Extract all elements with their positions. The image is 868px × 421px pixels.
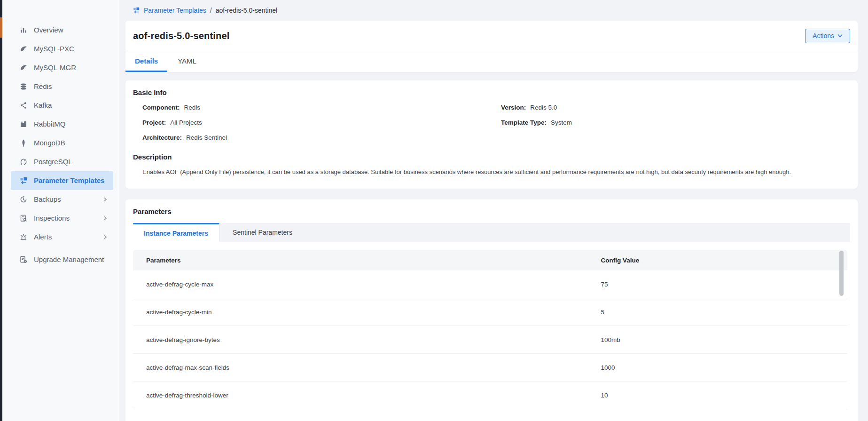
sidebar-item-label: Parameter Templates <box>34 176 105 185</box>
sidebar-item-overview[interactable]: Overview <box>11 21 113 40</box>
sidebar: Overview MySQL-PXC MySQL-MGR Redis Kafka <box>2 0 119 421</box>
tab-details[interactable]: Details <box>125 51 167 72</box>
template-icon <box>133 7 140 14</box>
tab-yaml[interactable]: YAML <box>167 51 207 72</box>
description-text: Enables AOF (Append Only File) persisten… <box>133 168 850 176</box>
sidebar-item-upgrade-management[interactable]: Upgrade Management <box>11 250 113 269</box>
table-row: active-defrag-max-scan-fields 1000 <box>133 354 847 381</box>
basic-info-left-column: Component:Redis Project:All Projects Arc… <box>133 103 492 142</box>
chevron-right-icon <box>102 196 109 203</box>
upgrade-doc-icon <box>19 255 28 264</box>
field-value: Redis <box>184 104 200 111</box>
field-value: Redis 5.0 <box>530 104 557 111</box>
actions-button-label: Actions <box>813 32 834 40</box>
sidebar-item-label: Alerts <box>34 232 52 242</box>
table-row: active-defrag-cycle-max 75 <box>133 270 847 298</box>
cell-config-value: 75 <box>601 281 847 288</box>
page-header-card: aof-redis-5.0-sentinel Actions Details Y… <box>125 21 858 72</box>
chevron-right-icon <box>102 215 109 222</box>
rabbitmq-icon <box>19 120 28 128</box>
sidebar-item-label: PostgreSQL <box>34 157 72 167</box>
main-content: Parameter Templates / aof-redis-5.0-sent… <box>119 0 868 421</box>
sidebar-item-mysql-pxc[interactable]: MySQL-PXC <box>11 40 113 58</box>
field-component: Component:Redis <box>133 103 492 111</box>
table-row: active-defrag-ignore-bytes 100mb <box>133 326 847 354</box>
field-label: Project: <box>142 119 166 126</box>
table-header-row: Parameters Config Value <box>133 250 847 270</box>
actions-button[interactable]: Actions <box>805 29 850 43</box>
breadcrumb: Parameter Templates / aof-redis-5.0-sent… <box>119 0 868 21</box>
sidebar-item-label: Overview <box>34 25 63 35</box>
left-edge-rail <box>0 0 2 421</box>
tab-instance-parameters[interactable]: Instance Parameters <box>133 223 219 242</box>
description-heading: Description <box>133 153 850 161</box>
sidebar-item-label: MySQL-PXC <box>34 44 74 54</box>
basic-info-right-column: Version:Redis 5.0 Template Type:System <box>492 103 850 142</box>
field-version: Version:Redis 5.0 <box>492 103 850 111</box>
sidebar-item-label: MySQL-MGR <box>34 63 76 72</box>
sidebar-item-label: Kafka <box>34 101 52 110</box>
field-architecture: Architecture:Redis Sentinel <box>133 134 492 142</box>
page-title: aof-redis-5.0-sentinel <box>133 31 230 41</box>
sidebar-item-label: Upgrade Management <box>34 255 104 264</box>
field-value: All Projects <box>170 119 202 126</box>
parameters-tabbar: Instance Parameters Sentinel Parameters <box>133 223 850 242</box>
leaf-icon <box>19 139 28 147</box>
table-scrollbar-thumb[interactable] <box>839 251 844 296</box>
table-row: active-defrag-cycle-min 5 <box>133 298 847 326</box>
cell-parameter-name: active-defrag-max-scan-fields <box>133 364 601 371</box>
cell-config-value: 100mb <box>601 336 847 343</box>
cell-parameter-name: active-defrag-threshold-lower <box>133 392 601 399</box>
bar-chart-icon <box>19 26 28 34</box>
sidebar-item-parameter-templates[interactable]: Parameter Templates <box>11 171 113 190</box>
field-project: Project:All Projects <box>133 119 492 127</box>
template-icon <box>19 176 28 185</box>
basic-info-heading: Basic Info <box>133 88 850 96</box>
column-header-config-value: Config Value <box>601 257 847 264</box>
backup-restore-icon <box>19 195 28 204</box>
cell-config-value: 5 <box>601 309 847 316</box>
chevron-down-icon <box>837 34 843 38</box>
parameters-table: Parameters Config Value active-defrag-cy… <box>133 250 847 409</box>
basic-info-card: Basic Info Component:Redis Project:All P… <box>125 80 858 189</box>
dolphin-icon <box>19 64 28 72</box>
alarm-icon <box>19 233 28 241</box>
breadcrumb-current: aof-redis-5.0-sentinel <box>216 7 278 14</box>
sidebar-item-backups[interactable]: Backups <box>11 190 113 209</box>
field-template-type: Template Type:System <box>492 119 850 127</box>
breadcrumb-link-parameter-templates[interactable]: Parameter Templates <box>144 7 206 14</box>
title-row: aof-redis-5.0-sentinel Actions <box>125 21 858 51</box>
sidebar-item-label: MongoDB <box>34 138 65 148</box>
layers-icon <box>19 82 28 91</box>
cell-config-value: 10 <box>601 392 847 399</box>
sidebar-item-inspections[interactable]: Inspections <box>11 209 113 228</box>
sidebar-item-alerts[interactable]: Alerts <box>11 228 113 246</box>
rail-active-indicator <box>0 17 2 38</box>
sidebar-item-label: RabbitMQ <box>34 119 66 129</box>
parameters-card: Parameters Instance Parameters Sentinel … <box>125 199 858 421</box>
dolphin-icon <box>19 45 28 53</box>
sidebar-item-redis[interactable]: Redis <box>11 77 113 96</box>
field-label: Template Type: <box>501 119 547 126</box>
cell-parameter-name: active-defrag-cycle-max <box>133 281 601 288</box>
field-label: Architecture: <box>142 134 182 141</box>
sidebar-item-rabbitmq[interactable]: RabbitMQ <box>11 115 113 134</box>
field-label: Version: <box>501 104 526 111</box>
sidebar-item-postgresql[interactable]: PostgreSQL <box>11 152 113 171</box>
tab-sentinel-parameters[interactable]: Sentinel Parameters <box>219 223 305 242</box>
field-value: System <box>551 119 572 126</box>
sidebar-item-mongodb[interactable]: MongoDB <box>11 134 113 152</box>
parameters-heading: Parameters <box>133 207 850 215</box>
cell-parameter-name: active-defrag-cycle-min <box>133 309 601 316</box>
kafka-nodes-icon <box>19 101 28 110</box>
sidebar-item-label: Redis <box>34 82 52 91</box>
field-value: Redis Sentinel <box>186 134 227 141</box>
sidebar-item-mysql-mgr[interactable]: MySQL-MGR <box>11 58 113 77</box>
sidebar-item-kafka[interactable]: Kafka <box>11 96 113 115</box>
breadcrumb-separator: / <box>210 7 212 14</box>
chevron-right-icon <box>102 234 109 240</box>
page-tabs: Details YAML <box>125 51 858 72</box>
basic-info-grid: Component:Redis Project:All Projects Arc… <box>133 103 850 142</box>
field-label: Component: <box>142 104 180 111</box>
inspection-doc-icon <box>19 214 28 222</box>
